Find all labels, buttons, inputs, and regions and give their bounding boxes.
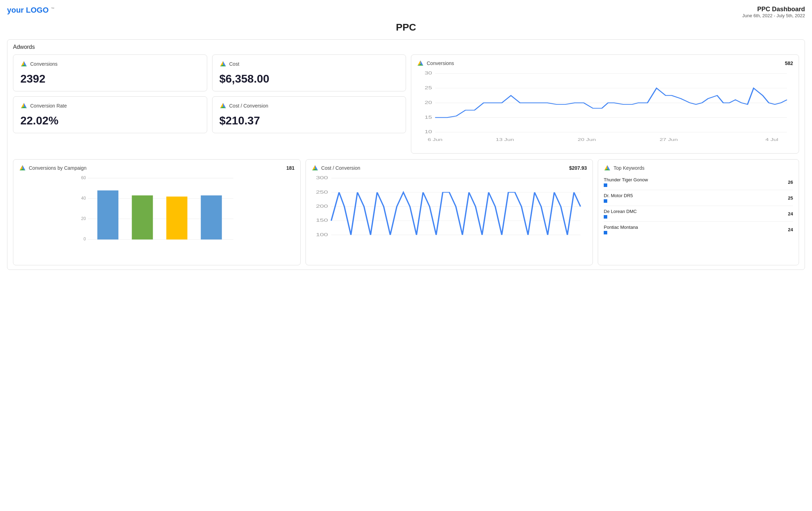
logo: your LOGO ™ [7,6,54,15]
keyword-bar-container-2: Dr. Motor DR5 [604,193,633,203]
metrics-row: Conversions 2392 Conversion Rate 22.02% [13,54,799,154]
adwords-icon-cost [220,60,227,67]
metric-card-conversion-rate: Conversion Rate 22.02% [13,96,207,133]
svg-text:100: 100 [316,232,328,237]
bar-1 [97,190,118,240]
metric-card-conversions: Conversions 2392 [13,54,207,91]
top-keywords-card: Top Keywords Thunder Tiger Gonow 26 Dr. … [598,159,799,265]
svg-text:200: 200 [316,204,328,209]
svg-text:10: 10 [425,130,432,134]
keyword-item-1: Thunder Tiger Gonow 26 [604,174,793,190]
line-chart-title: Conversions [427,60,454,66]
keywords-title: Top Keywords [614,165,644,171]
svg-text:20: 20 [425,100,432,105]
adwords-icon-chart [417,60,424,67]
logo-your: your [7,6,24,14]
header: your LOGO ™ PPC Dashboard June 6th, 2022… [7,6,805,18]
adwords-section: Adwords Conversions 2392 [7,39,805,270]
dashboard-header: PPC Dashboard June 6th, 2022 - July 5th,… [742,6,805,18]
svg-text:60: 60 [81,175,86,180]
keywords-header: Top Keywords [604,164,793,172]
chart-header-left: Conversions [417,60,454,67]
keywords-header-left: Top Keywords [604,164,644,172]
metric-header-conversion-rate: Conversion Rate [20,102,200,109]
svg-text:0: 0 [84,237,86,241]
svg-text:250: 250 [316,190,328,195]
metric-col-middle: Cost $6,358.00 Cost / Conversion $210.37 [212,54,406,154]
keyword-bar-3 [604,215,607,219]
svg-text:15: 15 [425,115,432,119]
keyword-bar-container-3: De Lorean DMC [604,209,637,219]
svg-text:13 Jun: 13 Jun [496,138,514,142]
chart-card-cost-conv: Cost / Conversion $207.93 300 250 200 15… [306,159,593,265]
chart-card-bar: Conversions by Campaign 181 60 40 20 0 [13,159,301,265]
svg-text:6 Jun: 6 Jun [428,138,443,142]
bar-3 [166,196,188,239]
adwords-icon-cost-per-conversion [220,102,227,109]
logo-text: LOGO [26,6,49,14]
dashboard-title: PPC Dashboard [742,6,805,13]
keyword-count-1: 26 [788,180,793,185]
metric-label-cost: Cost [229,61,240,67]
metric-label-cost-per-conversion: Cost / Conversion [229,103,268,109]
svg-text:150: 150 [316,218,328,223]
bar-chart-title: Conversions by Campaign [29,165,86,171]
bar-chart-total: 181 [286,165,294,171]
keyword-name-4: Pontiac Montana [604,225,638,230]
bottom-row: Conversions by Campaign 181 60 40 20 0 [13,159,799,265]
cost-conv-header-left: Cost / Conversion [312,164,360,172]
metric-value-conversion-rate: 22.02% [20,114,200,127]
keyword-item-2: Dr. Motor DR5 25 [604,190,793,206]
metric-value-cost: $6,358.00 [220,72,399,85]
bar-chart-header-left: Conversions by Campaign [19,164,86,172]
svg-text:20: 20 [81,216,86,221]
svg-text:300: 300 [316,175,328,180]
line-chart-svg: 30 25 20 15 10 6 Jun 13 Jun 20 Jun 27 Ju… [417,70,793,147]
adwords-icon-cost-conv [312,164,319,172]
svg-text:4 Jul: 4 Jul [765,138,778,142]
section-label: Adwords [13,44,799,50]
keyword-count-2: 25 [788,195,793,201]
metric-label-conversions: Conversions [30,61,58,67]
keyword-bar-container-1: Thunder Tiger Gonow [604,177,648,187]
bar-chart-svg: 60 40 20 0 [19,174,295,259]
metric-header-conversions: Conversions [20,60,200,67]
chart-header-cost-conv: Cost / Conversion $207.93 [312,164,587,172]
cost-conv-chart-title: Cost / Conversion [321,165,360,171]
svg-text:25: 25 [425,85,432,90]
svg-text:20 Jun: 20 Jun [578,138,596,142]
chart-header-conversions: Conversions 582 [417,60,793,67]
keyword-bar-1 [604,183,607,187]
keyword-item-4: Pontiac Montana 24 [604,222,793,237]
bar-2 [132,195,153,239]
svg-text:27 Jun: 27 Jun [660,138,678,142]
keyword-name-2: Dr. Motor DR5 [604,193,633,198]
page-title: PPC [7,22,805,33]
metric-value-conversions: 2392 [20,72,200,85]
metric-card-cost: Cost $6,358.00 [212,54,406,91]
keyword-name-3: De Lorean DMC [604,209,637,214]
keyword-bar-container-4: Pontiac Montana [604,225,638,234]
svg-text:30: 30 [425,71,432,76]
svg-text:40: 40 [81,196,86,201]
metric-header-cost: Cost [220,60,399,67]
metric-header-cost-per-conversion: Cost / Conversion [220,102,399,109]
adwords-icon-conversions [20,60,27,67]
chart-header-bar: Conversions by Campaign 181 [19,164,295,172]
chart-card-conversions-line: Conversions 582 30 25 20 15 10 [411,54,799,154]
keyword-name-1: Thunder Tiger Gonow [604,177,648,182]
keyword-count-3: 24 [788,211,793,216]
line-chart-total: 582 [785,60,793,66]
adwords-icon-conversion-rate [20,102,27,109]
metric-label-conversion-rate: Conversion Rate [30,103,67,109]
metric-card-cost-per-conversion: Cost / Conversion $210.37 [212,96,406,133]
keyword-bar-2 [604,199,607,203]
keyword-count-4: 24 [788,227,793,232]
logo-tm: ™ [51,7,54,11]
keyword-item-3: De Lorean DMC 24 [604,206,793,222]
adwords-icon-bar [19,164,26,172]
cost-conv-chart-total: $207.93 [569,165,587,171]
dashboard-date-range: June 6th, 2022 - July 5th, 2022 [742,13,805,18]
bar-4 [201,195,222,239]
adwords-icon-keywords [604,164,611,172]
